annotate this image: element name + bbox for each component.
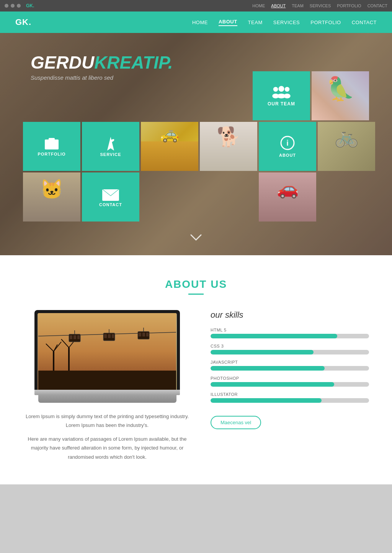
- skill-bar-fill: [211, 334, 337, 338]
- skill-bar-fill: [211, 350, 314, 354]
- about-tile[interactable]: i ABOUT: [259, 122, 316, 171]
- svg-rect-39: [142, 333, 145, 336]
- skill-bar-wrap: [211, 366, 369, 371]
- our-team-label: OUR TEAM: [268, 101, 295, 107]
- bird-photo-tile: 🦜: [312, 71, 369, 120]
- skills-title: our skills: [211, 310, 369, 320]
- nav-services[interactable]: SERVICES: [273, 20, 300, 25]
- browser-nav-team: TEAM: [292, 3, 304, 8]
- skill-item: HTML 5: [211, 328, 369, 338]
- nav-contact[interactable]: CONTACT: [352, 20, 377, 25]
- laptop-screen-wrap: [34, 310, 180, 390]
- svg-rect-33: [104, 334, 107, 338]
- skill-bar-wrap: [211, 334, 369, 338]
- hero-brand: GERDUKREATIP.: [31, 52, 361, 73]
- svg-rect-17: [38, 371, 176, 390]
- laptop-screen: [38, 313, 177, 390]
- about-title: ABOUT US: [23, 278, 369, 290]
- dog-icon: 🐕: [217, 126, 240, 148]
- svg-point-0: [273, 87, 278, 92]
- nav-home[interactable]: HOME: [192, 20, 208, 25]
- browser-nav: HOME ABOUT TEAM SERVICES PORTFOLIO CONTA…: [252, 3, 387, 8]
- skill-label: ILLUSTATOR: [211, 392, 369, 397]
- svg-point-1: [279, 86, 284, 92]
- hero-inner: GERDUKREATIP. Suspendisse mattis at libe…: [0, 33, 392, 255]
- car-icon: 🚗: [277, 178, 299, 199]
- about-icon: i: [280, 135, 295, 151]
- skill-bar-wrap: [211, 382, 369, 387]
- tiles-row-2: PORTFOLIO SERVICE 🚕: [23, 122, 369, 171]
- service-tile[interactable]: SERVICE: [82, 122, 139, 171]
- portfolio-label: PORTFOLIO: [38, 152, 65, 156]
- about-label: ABOUT: [279, 153, 296, 158]
- taxi-art: [141, 141, 198, 171]
- site-nav[interactable]: HOME ABOUT TEAM SERVICES PORTFOLIO CONTA…: [192, 19, 377, 26]
- contact-tile[interactable]: CONTACT: [82, 172, 139, 222]
- about-section: ABOUT US: [0, 255, 392, 484]
- brand-dot: .: [168, 53, 173, 72]
- tiles-container: OUR TEAM 🦜: [23, 71, 369, 223]
- site-logo: GK.: [15, 17, 31, 27]
- svg-text:i: i: [286, 139, 289, 147]
- about-left: Lorem Ipsum is simply dummy text of the …: [23, 310, 191, 461]
- portfolio-icon: [44, 136, 59, 149]
- svg-rect-30: [77, 335, 80, 339]
- taxi-icon: 🚕: [141, 125, 198, 143]
- browser-dot-2: [11, 4, 15, 8]
- nav-portfolio[interactable]: PORTFOLIO: [310, 20, 341, 25]
- tiles-row-3: 🐱 CONTACT: [23, 172, 369, 222]
- skill-bar-fill: [211, 382, 334, 387]
- svg-rect-7: [49, 138, 55, 140]
- our-team-tile[interactable]: OUR TEAM: [253, 71, 310, 120]
- row1-spacer: [23, 71, 251, 120]
- browser-nav-services: SERVICES: [310, 3, 331, 8]
- car-photo-tile: 🚗: [259, 172, 316, 222]
- bike-icon: 🚲: [335, 126, 358, 148]
- nav-team[interactable]: TEAM: [248, 20, 263, 25]
- svg-rect-29: [74, 335, 76, 339]
- brand-part1: GERDU: [31, 53, 94, 72]
- skill-item: CSS 3: [211, 344, 369, 354]
- skill-bar-wrap: [211, 398, 369, 403]
- about-text-1: Lorem Ipsum is simply dummy text of the …: [23, 412, 191, 430]
- bird-art: 🦜: [326, 75, 355, 102]
- brand-part2: KREATIP: [94, 53, 168, 72]
- cat-photo-tile: 🐱: [23, 172, 80, 222]
- cable-car-art: [38, 313, 177, 390]
- browser-dot-1: [5, 4, 8, 8]
- site-wrapper: GK. HOME ABOUT TEAM SERVICES PORTFOLIO C…: [0, 11, 392, 484]
- browser-nav-home: HOME: [252, 3, 265, 8]
- svg-rect-28: [70, 335, 72, 339]
- svg-rect-8: [46, 143, 58, 144]
- svg-rect-9: [46, 140, 58, 141]
- svg-point-5: [284, 94, 291, 98]
- tiles-row-1: OUR TEAM 🦜: [23, 71, 369, 120]
- skill-label: PHOTOSHOP: [211, 376, 369, 381]
- browser-chrome: GK. HOME ABOUT TEAM SERVICES PORTFOLIO C…: [0, 0, 392, 11]
- browser-logo: GK.: [26, 3, 34, 8]
- bike-photo-tile: 🚲: [318, 122, 375, 171]
- row3-spacer1: [141, 172, 198, 222]
- svg-point-2: [285, 87, 290, 92]
- svg-rect-35: [112, 334, 114, 338]
- laptop-base: [34, 390, 180, 395]
- scroll-arrow[interactable]: [190, 233, 202, 244]
- hero-section: GERDUKREATIP. Suspendisse mattis at libe…: [0, 33, 392, 255]
- skill-label: JAVASCRIPT: [211, 360, 369, 364]
- skill-bar-fill: [211, 366, 325, 371]
- skills-container: HTML 5 CSS 3 JAVASCRIPT PHOTOSHOP ILLUST…: [211, 328, 369, 403]
- skill-item: ILLUSTATOR: [211, 392, 369, 403]
- site-header: GK. HOME ABOUT TEAM SERVICES PORTFOLIO C…: [0, 11, 392, 33]
- contact-icon: [102, 187, 119, 201]
- nav-about[interactable]: ABOUT: [219, 19, 237, 26]
- laptop-wrap: [34, 310, 180, 403]
- svg-rect-34: [108, 334, 111, 338]
- browser-nav-portfolio: PORTFOLIO: [337, 3, 361, 8]
- browser-nav-contact: CONTACT: [368, 3, 387, 8]
- portfolio-tile[interactable]: PORTFOLIO: [23, 122, 80, 171]
- svg-rect-40: [146, 333, 149, 336]
- browser-nav-about: ABOUT: [271, 3, 286, 8]
- skill-label: CSS 3: [211, 344, 369, 348]
- maecenas-button[interactable]: Maecenas vel: [211, 416, 261, 429]
- team-icon: [272, 85, 291, 99]
